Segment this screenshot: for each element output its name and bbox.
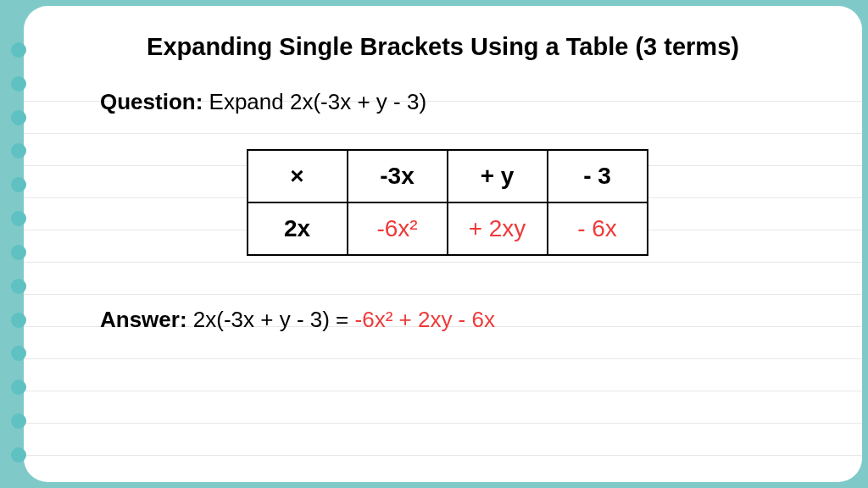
cell-result2: + 2xy [448,202,548,255]
page-title: Expanding Single Brackets Using a Table … [75,33,811,61]
answer-lhs: 2x(-3x + y - 3) = [187,307,355,332]
page-card: Expanding Single Brackets Using a Table … [24,6,862,482]
cell-term1: -3x [348,150,448,202]
question-line: Question: Expand 2x(-3x + y - 3) [100,89,811,115]
cell-result1: -6x² [348,202,448,255]
question-text: Expand 2x(-3x + y - 3) [203,89,426,114]
multiplication-table: × -3x + y - 3 2x -6x² + 2xy - 6x [247,149,648,256]
cell-term2: + y [448,150,548,202]
answer-rhs: -6x² + 2xy - 6x [355,307,495,332]
cell-multiplier: 2x [248,202,348,255]
cell-mult-sign: × [248,150,348,202]
cell-result3: - 6x [548,202,648,255]
binder-holes [11,42,26,463]
answer-line: Answer: 2x(-3x + y - 3) = -6x² + 2xy - 6… [100,307,811,333]
cell-term3: - 3 [548,150,648,202]
answer-label: Answer: [100,307,187,332]
question-label: Question: [100,89,203,114]
